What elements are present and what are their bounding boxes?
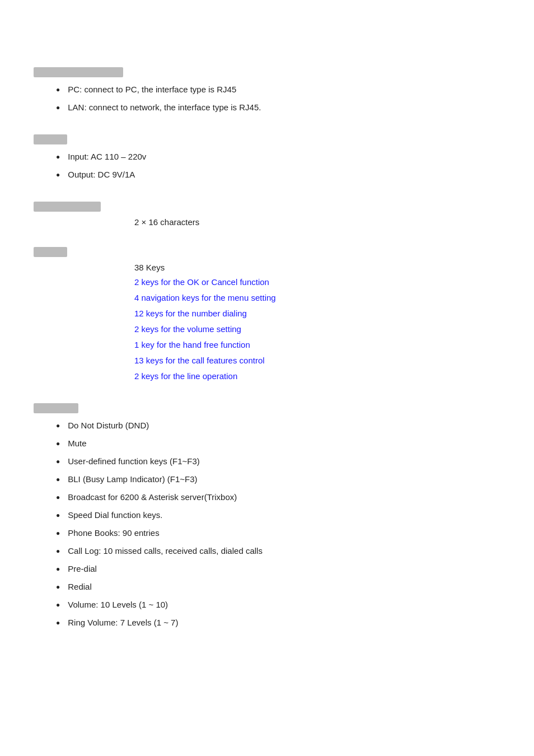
list-item-text: Do Not Disturb (DND) [68,419,149,432]
list-item: Broadcast for 6200 & Asterisk server(Tri… [34,491,500,504]
list-item: BLI (Busy Lamp Indicator) (F1~F3) [34,473,500,486]
keys-title: 38 Keys [134,263,500,272]
list-item: Ring Volume: 7 Levels (1 ~ 7) [34,616,500,629]
list-item-text: Volume: 10 Levels (1 ~ 10) [68,598,168,612]
list-item-text: BLI (Busy Lamp Indicator) (F1~F3) [68,473,197,486]
key-item: 2 keys for the OK or Cancel function [134,276,500,289]
list-item-text: Call Log: 10 missed calls, received call… [68,544,263,558]
list-item-text: Pre-dial [68,562,97,576]
list-item: Pre-dial [34,562,500,576]
features-section: Do Not Disturb (DND) Mute User-defined f… [34,403,500,629]
display-info: 2 × 16 characters [34,217,500,227]
keypad-section: 38 Keys 2 keys for the OK or Cancel func… [34,247,500,383]
list-item: Volume: 10 Levels (1 ~ 10) [34,598,500,612]
list-item-text: User-defined function keys (F1~F3) [68,455,200,468]
list-item: Speed Dial function keys. [34,508,500,522]
list-item-text: Input: AC 110 – 220v [68,150,146,164]
power-section-bar [34,134,67,144]
key-item: 13 keys for the call features control [134,354,500,367]
list-item: Output: DC 9V/1A [34,168,500,181]
display-text: 2 × 16 characters [134,217,199,227]
features-list: Do Not Disturb (DND) Mute User-defined f… [34,419,500,629]
list-item-text: Phone Books: 90 entries [68,526,159,540]
list-item-text: Mute [68,437,86,450]
list-item: PC: connect to PC, the interface type is… [34,83,500,96]
list-item: Redial [34,580,500,594]
list-item-text: Output: DC 9V/1A [68,168,135,181]
power-section: Input: AC 110 – 220v Output: DC 9V/1A [34,134,500,181]
network-section-bar [34,67,123,77]
key-item: 2 keys for the line operation [134,370,500,383]
display-section-bar [34,202,101,212]
key-item: 1 key for the hand free function [134,338,500,352]
list-item: Input: AC 110 – 220v [34,150,500,164]
features-section-bar [34,403,78,413]
keypad-section-bar [34,247,67,257]
list-item-text: Redial [68,580,92,594]
network-list: PC: connect to PC, the interface type is… [34,83,500,114]
list-item-text: PC: connect to PC, the interface type is… [68,83,236,96]
display-section: 2 × 16 characters [34,202,500,227]
list-item: Do Not Disturb (DND) [34,419,500,432]
keys-info: 38 Keys 2 keys for the OK or Cancel func… [34,263,500,383]
list-item-text: Broadcast for 6200 & Asterisk server(Tri… [68,491,237,504]
list-item: Phone Books: 90 entries [34,526,500,540]
list-item: LAN: connect to network, the interface t… [34,101,500,114]
list-item-text: Speed Dial function keys. [68,508,162,522]
list-item: Call Log: 10 missed calls, received call… [34,544,500,558]
list-item: Mute [34,437,500,450]
power-list: Input: AC 110 – 220v Output: DC 9V/1A [34,150,500,181]
network-section: PC: connect to PC, the interface type is… [34,67,500,114]
key-item: 12 keys for the number dialing [134,307,500,320]
key-item: 4 navigation keys for the menu setting [134,291,500,305]
list-item-text: Ring Volume: 7 Levels (1 ~ 7) [68,616,178,629]
key-item: 2 keys for the volume setting [134,323,500,336]
list-item: User-defined function keys (F1~F3) [34,455,500,468]
list-item-text: LAN: connect to network, the interface t… [68,101,261,114]
